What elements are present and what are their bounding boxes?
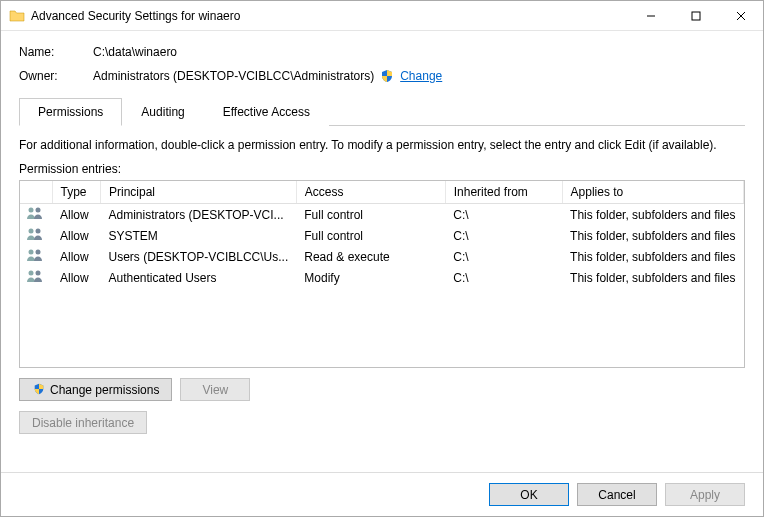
svg-point-7 — [36, 229, 41, 234]
svg-point-9 — [36, 250, 41, 255]
cell-applies: This folder, subfolders and files — [562, 204, 743, 226]
tab-permissions[interactable]: Permissions — [19, 98, 122, 126]
shield-icon — [32, 383, 46, 397]
cell-inherited: C:\ — [445, 204, 562, 226]
folder-icon — [9, 8, 25, 24]
footer: OK Cancel Apply — [1, 472, 763, 516]
cell-type: Allow — [52, 225, 100, 246]
users-icon — [26, 209, 44, 223]
titlebar: Advanced Security Settings for winaero — [1, 1, 763, 31]
svg-point-4 — [29, 208, 34, 213]
name-value: C:\data\winaero — [93, 45, 177, 59]
ok-button[interactable]: OK — [489, 483, 569, 506]
owner-value: Administrators (DESKTOP-VCIBLCC\Administ… — [93, 69, 374, 83]
cell-principal: Users (DESKTOP-VCIBLCC\Us... — [100, 246, 296, 267]
table-row[interactable]: AllowAdministrators (DESKTOP-VCI...Full … — [20, 204, 744, 226]
cell-type: Allow — [52, 246, 100, 267]
cell-access: Full control — [296, 225, 445, 246]
svg-point-6 — [29, 229, 34, 234]
content-area: Name: C:\data\winaero Owner: Administrat… — [1, 31, 763, 472]
window-title: Advanced Security Settings for winaero — [31, 9, 628, 23]
users-icon — [26, 230, 44, 244]
cell-type: Allow — [52, 267, 100, 288]
cell-principal: SYSTEM — [100, 225, 296, 246]
permission-entries-label: Permission entries: — [19, 162, 745, 176]
cell-type: Allow — [52, 204, 100, 226]
close-button[interactable] — [718, 1, 763, 30]
name-label: Name: — [19, 45, 93, 59]
owner-label: Owner: — [19, 69, 93, 83]
cell-applies: This folder, subfolders and files — [562, 267, 743, 288]
col-applies[interactable]: Applies to — [562, 181, 743, 204]
cell-inherited: C:\ — [445, 225, 562, 246]
cell-inherited: C:\ — [445, 246, 562, 267]
cell-access: Read & execute — [296, 246, 445, 267]
minimize-button[interactable] — [628, 1, 673, 30]
cell-access: Full control — [296, 204, 445, 226]
col-type[interactable]: Type — [52, 181, 100, 204]
permission-grid[interactable]: Type Principal Access Inherited from App… — [19, 180, 745, 368]
cell-inherited: C:\ — [445, 267, 562, 288]
owner-row: Owner: Administrators (DESKTOP-VCIBLCC\A… — [19, 69, 745, 83]
cell-access: Modify — [296, 267, 445, 288]
cell-principal: Administrators (DESKTOP-VCI... — [100, 204, 296, 226]
change-permissions-button[interactable]: Change permissions — [19, 378, 172, 401]
table-row[interactable]: AllowAuthenticated UsersModifyC:\This fo… — [20, 267, 744, 288]
maximize-button[interactable] — [673, 1, 718, 30]
name-row: Name: C:\data\winaero — [19, 45, 745, 59]
change-permissions-label: Change permissions — [50, 383, 159, 397]
tab-effective-access[interactable]: Effective Access — [204, 98, 329, 126]
users-icon — [26, 272, 44, 286]
table-row[interactable]: AllowSYSTEMFull controlC:\This folder, s… — [20, 225, 744, 246]
cell-principal: Authenticated Users — [100, 267, 296, 288]
header-row: Type Principal Access Inherited from App… — [20, 181, 744, 204]
cell-applies: This folder, subfolders and files — [562, 246, 743, 267]
svg-point-11 — [36, 271, 41, 276]
svg-point-5 — [36, 208, 41, 213]
cancel-button[interactable]: Cancel — [577, 483, 657, 506]
tab-auditing[interactable]: Auditing — [122, 98, 203, 126]
col-access[interactable]: Access — [296, 181, 445, 204]
svg-point-8 — [29, 250, 34, 255]
users-icon — [26, 251, 44, 265]
svg-rect-1 — [692, 12, 700, 20]
shield-icon — [380, 69, 394, 83]
info-text: For additional information, double-click… — [19, 138, 745, 152]
change-owner-link[interactable]: Change — [400, 69, 442, 83]
tab-strip: Permissions Auditing Effective Access — [19, 97, 745, 126]
svg-point-10 — [29, 271, 34, 276]
view-button[interactable]: View — [180, 378, 250, 401]
col-inherited[interactable]: Inherited from — [445, 181, 562, 204]
disable-inheritance-button[interactable]: Disable inheritance — [19, 411, 147, 434]
col-principal[interactable]: Principal — [100, 181, 296, 204]
apply-button[interactable]: Apply — [665, 483, 745, 506]
cell-applies: This folder, subfolders and files — [562, 225, 743, 246]
table-row[interactable]: AllowUsers (DESKTOP-VCIBLCC\Us...Read & … — [20, 246, 744, 267]
window: Advanced Security Settings for winaero N… — [0, 0, 764, 517]
